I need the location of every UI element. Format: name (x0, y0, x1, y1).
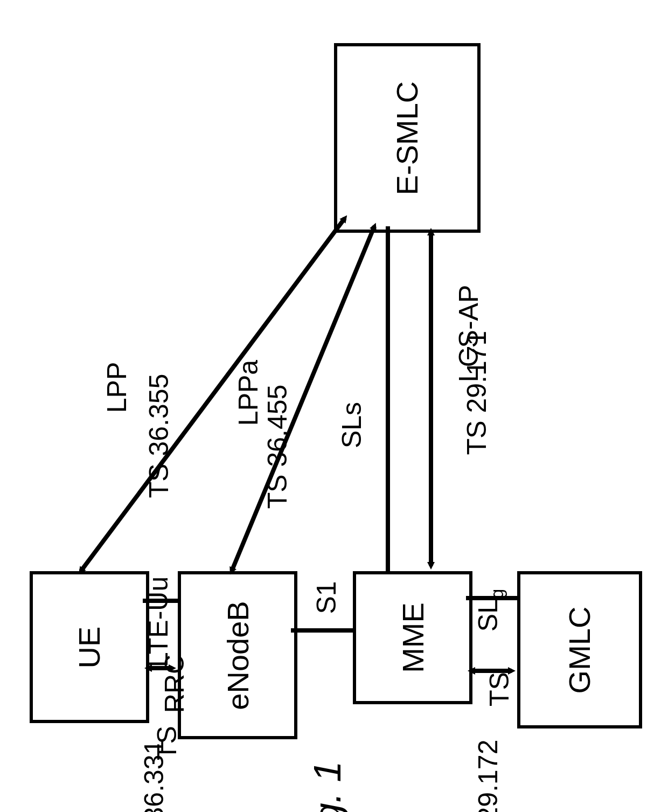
node-label: MME (395, 602, 430, 673)
figure-caption: Fig. 1 (306, 761, 349, 812)
label-slg-ts: TS (484, 672, 515, 706)
node-esmlc: E-SMLC (334, 43, 481, 233)
node-mme: MME (353, 571, 472, 704)
label-slg-num: 29.172 (472, 740, 504, 812)
label-lpp: LPP (101, 362, 133, 413)
label-lpp-ts: TS 36.355 (143, 374, 175, 498)
label-sls: SLs (336, 402, 367, 448)
label-lppa: LPPa (233, 360, 264, 426)
label-lteuu: LTE-Uu (143, 577, 174, 668)
node-label: UE (72, 626, 107, 668)
label-rrc: RRC (159, 655, 190, 713)
label-lteuu-num: 36.331 (138, 740, 170, 812)
label-s1: S1 (311, 581, 342, 614)
node-label: eNodeB (220, 601, 255, 710)
diagram-canvas: E-SMLC UE eNodeB MME GMLC (0, 0, 668, 812)
node-gmlc: GMLC (517, 571, 642, 728)
label-slg: SLg (472, 589, 507, 631)
label-lcsap-ts: TS 29.171 (461, 331, 492, 455)
node-enodeb: eNodeB (178, 571, 297, 739)
label-lppa-ts: TS 36.455 (262, 385, 293, 509)
node-label: GMLC (562, 606, 597, 693)
node-label: E-SMLC (390, 81, 425, 195)
node-ue: UE (30, 571, 149, 723)
